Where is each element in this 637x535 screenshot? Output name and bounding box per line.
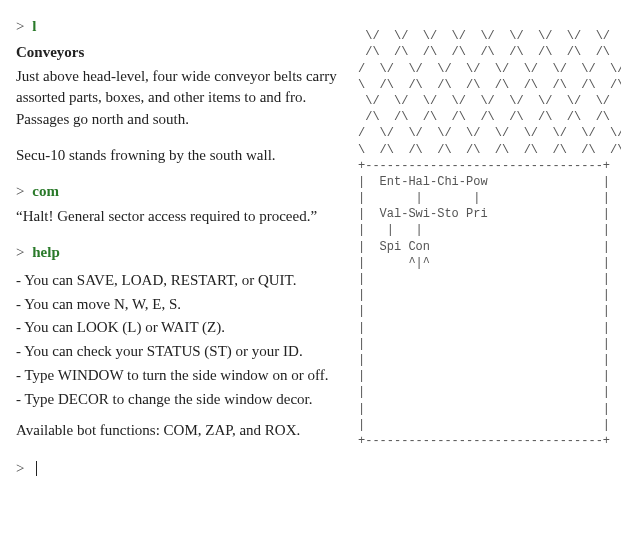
cursor <box>36 461 37 476</box>
input-prompt[interactable]: > <box>16 458 346 480</box>
map-line: | | <box>358 337 610 351</box>
help-footer: Available bot functions: COM, ZAP, and R… <box>16 420 346 442</box>
room-title: Conveyors <box>16 42 346 64</box>
map-line: | | | | <box>358 191 610 205</box>
command-input-wrap[interactable] <box>32 458 37 480</box>
map-line: | | <box>358 353 610 367</box>
prompt-line: > l <box>16 16 346 38</box>
map-line: | | | | <box>358 223 610 237</box>
map-line: | Spi Con | <box>358 240 610 254</box>
help-item: - You can move N, W, E, S. <box>16 294 346 316</box>
map-line: +---------------------------------+ <box>358 159 610 173</box>
map-line: | | <box>358 288 610 302</box>
prompt-symbol: > <box>16 244 24 260</box>
prompt-line: > help <box>16 242 346 264</box>
help-item: - Type WINDOW to turn the side window on… <box>16 365 346 387</box>
map-line: | | <box>358 385 610 399</box>
map-line: | | <box>358 304 610 318</box>
decor-line: \ /\ /\ /\ /\ /\ /\ /\ /\ /\ <box>358 78 621 92</box>
prompt-symbol: > <box>16 460 24 476</box>
room-description: Just above head-level, four wide conveyo… <box>16 66 346 131</box>
game-layout: > l Conveyors Just above head-level, fou… <box>16 12 621 484</box>
map-line: | | <box>358 321 610 335</box>
map-line: | Ent-Hal-Chi-Pow | <box>358 175 610 189</box>
decor-line: / \/ \/ \/ \/ \/ \/ \/ \/ \/ <box>358 62 621 76</box>
help-item: - You can LOOK (L) or WAIT (Z). <box>16 317 346 339</box>
decor-line: \/ \/ \/ \/ \/ \/ \/ \/ \/ \/ <box>358 94 621 108</box>
map-line: | | <box>358 369 610 383</box>
decor-line: /\ /\ /\ /\ /\ /\ /\ /\ /\ <box>358 45 610 59</box>
prompt-line: > com <box>16 181 346 203</box>
command-input[interactable] <box>32 460 34 477</box>
help-item: - You can SAVE, LOAD, RESTART, or QUIT. <box>16 270 346 292</box>
response-text: “Halt! General sector access required to… <box>16 206 346 228</box>
decor-line: \/ \/ \/ \/ \/ \/ \/ \/ \/ <box>358 29 610 43</box>
command-text: com <box>32 183 59 199</box>
map-line: | | <box>358 418 610 432</box>
transcript-pane: > l Conveyors Just above head-level, fou… <box>16 12 346 484</box>
map-line: | | <box>358 272 610 286</box>
decor-line: \ /\ /\ /\ /\ /\ /\ /\ /\ /\ <box>358 143 621 157</box>
room-extra: Secu-10 stands frowning by the south wal… <box>16 145 346 167</box>
decor-line: /\ /\ /\ /\ /\ /\ /\ /\ /\ /\ <box>358 110 621 124</box>
help-item: - Type DECOR to change the side window d… <box>16 389 346 411</box>
decor-line: / \/ \/ \/ \/ \/ \/ \/ \/ \/ <box>358 126 621 140</box>
command-text: l <box>32 18 36 34</box>
side-window: \/ \/ \/ \/ \/ \/ \/ \/ \/ /\ /\ /\ /\ /… <box>358 12 621 484</box>
prompt-symbol: > <box>16 18 24 34</box>
help-list: - You can SAVE, LOAD, RESTART, or QUIT. … <box>16 270 346 411</box>
map-line: | | <box>358 402 610 416</box>
command-text: help <box>32 244 60 260</box>
help-item: - You can check your STATUS (ST) or your… <box>16 341 346 363</box>
map-line: | Val-Swi-Sto Pri | <box>358 207 610 221</box>
prompt-symbol: > <box>16 183 24 199</box>
map-line: | ^|^ | <box>358 256 610 270</box>
map-line: +---------------------------------+ <box>358 434 610 448</box>
